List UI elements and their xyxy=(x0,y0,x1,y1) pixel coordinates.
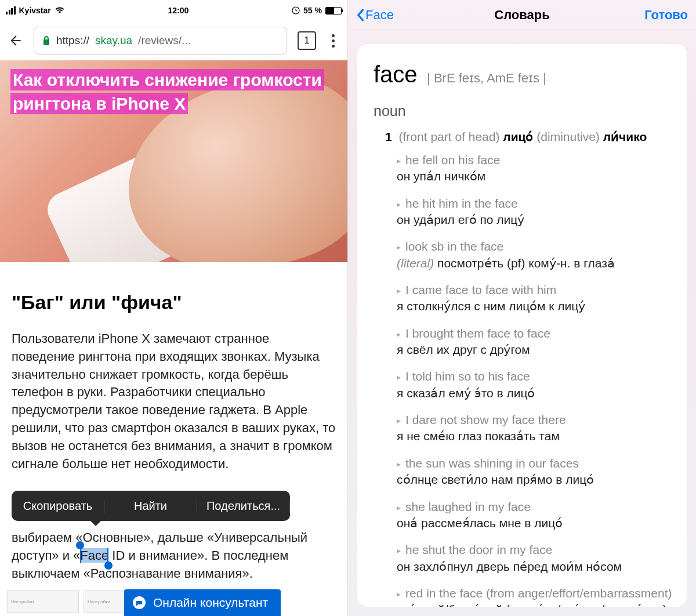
wifi-icon xyxy=(55,6,65,15)
dict-done-button[interactable]: Готово xyxy=(644,8,688,23)
sense-line: 1 (front part of head) лицо́ (diminutive… xyxy=(374,130,687,144)
hero-title: Как отключить снижение громкости рингтон… xyxy=(10,69,324,114)
rotation-lock-icon xyxy=(292,6,300,15)
article-body[interactable]: Пользователи iPhone X замечают странное … xyxy=(12,330,336,473)
example-item: ▸he hit him in the faceон уда́рил его́ п… xyxy=(397,195,687,229)
share-action[interactable]: Поделиться... xyxy=(197,499,290,513)
lock-icon xyxy=(42,36,50,45)
phonetic: | BrE feɪs, AmE feɪs | xyxy=(427,71,546,85)
article-body-2[interactable]: выбираем «Основные», дальше «Универсальн… xyxy=(12,529,336,582)
signal-icon xyxy=(6,6,16,15)
headword: face xyxy=(374,61,418,87)
dictionary-navbar: Face Словарь Готово xyxy=(348,0,696,30)
part-of-speech: noun xyxy=(374,103,687,119)
example-item: ▸I brought them face to faceя свёл их др… xyxy=(397,325,687,358)
url-scheme: https:// xyxy=(56,34,89,47)
example-item: ▸look sb in the face(literal) посмотре́т… xyxy=(397,238,687,271)
battery-pct: 55 % xyxy=(303,6,322,15)
example-item: ▸red in the face (from anger/effort/emba… xyxy=(397,585,687,607)
tabs-button[interactable]: 1 xyxy=(298,31,316,50)
example-item: ▸he shut the door in my faceон захло́пну… xyxy=(397,542,687,575)
copy-action[interactable]: Скопировать xyxy=(12,499,104,513)
example-item: ▸I dare not show my face thereя не сме́ю… xyxy=(397,412,687,445)
text-selection-popup: Скопировать Найти Поделиться... xyxy=(12,491,290,521)
thumbnail[interactable]: Настройки xyxy=(7,590,79,613)
address-bar[interactable]: https://skay.ua/reviews/... xyxy=(34,27,287,55)
dictionary-card[interactable]: face | BrE feɪs, AmE feɪs | noun 1 (fron… xyxy=(357,44,687,607)
dict-title: Словарь xyxy=(494,8,549,23)
url-domain: skay.ua xyxy=(95,34,132,47)
find-action[interactable]: Найти xyxy=(104,499,197,513)
example-item: ▸the sun was shining in our facesсо́лнце… xyxy=(397,455,687,488)
back-button[interactable] xyxy=(8,33,23,48)
browser-toolbar: https://skay.ua/reviews/... 1 xyxy=(0,21,347,60)
example-item: ▸he fell on his faceон упа́л ничко́м xyxy=(397,152,687,185)
selected-text[interactable]: Face xyxy=(80,548,108,563)
chat-icon xyxy=(132,596,146,610)
dict-back-button[interactable]: Face xyxy=(356,8,394,23)
chat-widget[interactable]: Онлайн консультант xyxy=(124,589,281,616)
status-bar: Kyivstar 12:00 55 % xyxy=(0,0,347,21)
example-item: ▸I told him so to his faceя сказа́л ему́… xyxy=(397,368,687,401)
article-hero: Как отключить снижение громкости рингтон… xyxy=(0,60,347,262)
article-subheading: "Баг" или "фича" xyxy=(12,291,336,314)
chevron-left-icon xyxy=(356,9,364,21)
example-item: ▸she laughed in my faceона́ рассмея́лась… xyxy=(397,499,687,532)
url-path: /reviews/... xyxy=(138,34,191,47)
battery-icon xyxy=(325,7,342,15)
menu-button[interactable] xyxy=(327,34,339,48)
carrier-label: Kyivstar xyxy=(19,6,51,15)
clock: 12:00 xyxy=(168,6,189,15)
example-item: ▸I came face to face with himя столкну́л… xyxy=(397,282,687,315)
